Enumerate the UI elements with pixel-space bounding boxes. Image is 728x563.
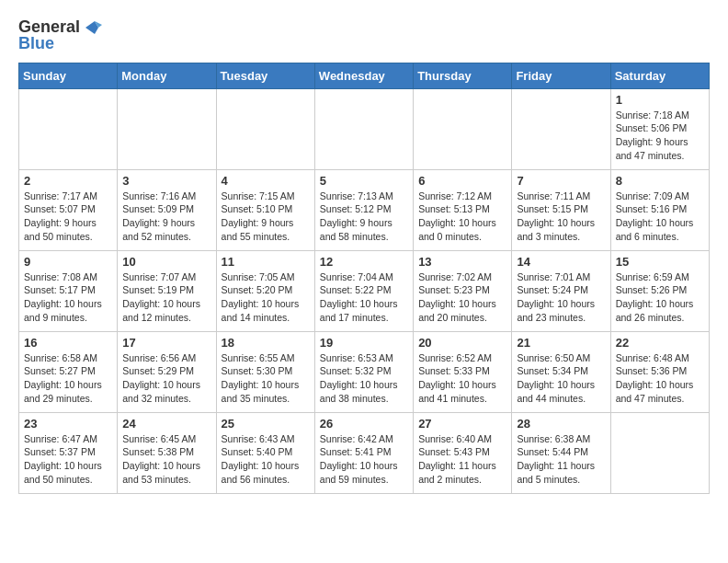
calendar-cell: 5Sunrise: 7:13 AM Sunset: 5:12 PM Daylig…	[314, 169, 413, 250]
day-info: Sunrise: 6:56 AM Sunset: 5:29 PM Dayligh…	[122, 351, 210, 406]
day-number: 2	[24, 174, 112, 188]
calendar-cell: 8Sunrise: 7:09 AM Sunset: 5:16 PM Daylig…	[610, 169, 709, 250]
calendar-table: SundayMondayTuesdayWednesdayThursdayFrid…	[18, 63, 710, 494]
day-info: Sunrise: 6:52 AM Sunset: 5:33 PM Dayligh…	[418, 351, 506, 406]
day-info: Sunrise: 6:59 AM Sunset: 5:26 PM Dayligh…	[616, 270, 704, 325]
day-number: 15	[616, 255, 704, 269]
day-number: 27	[418, 417, 506, 431]
day-info: Sunrise: 6:48 AM Sunset: 5:36 PM Dayligh…	[616, 351, 704, 406]
day-info: Sunrise: 7:11 AM Sunset: 5:15 PM Dayligh…	[517, 190, 605, 244]
day-info: Sunrise: 7:13 AM Sunset: 5:12 PM Dayligh…	[320, 190, 408, 244]
day-info: Sunrise: 6:43 AM Sunset: 5:40 PM Dayligh…	[222, 432, 310, 487]
calendar-cell	[118, 88, 216, 169]
day-number: 17	[122, 336, 210, 350]
calendar-cell: 9Sunrise: 7:08 AM Sunset: 5:17 PM Daylig…	[19, 250, 118, 331]
calendar-cell: 22Sunrise: 6:48 AM Sunset: 5:36 PM Dayli…	[610, 331, 709, 412]
day-info: Sunrise: 6:47 AM Sunset: 5:37 PM Dayligh…	[24, 432, 112, 487]
calendar-cell: 23Sunrise: 6:47 AM Sunset: 5:37 PM Dayli…	[19, 412, 118, 493]
weekday-header-tuesday: Tuesday	[216, 63, 314, 88]
logo: General Blue	[18, 18, 102, 53]
page-header: General Blue	[18, 18, 710, 53]
weekday-header-row: SundayMondayTuesdayWednesdayThursdayFrid…	[19, 63, 710, 88]
weekday-header-monday: Monday	[118, 63, 216, 88]
day-info: Sunrise: 7:01 AM Sunset: 5:24 PM Dayligh…	[517, 270, 605, 325]
calendar-cell: 25Sunrise: 6:43 AM Sunset: 5:40 PM Dayli…	[216, 412, 314, 493]
day-info: Sunrise: 6:53 AM Sunset: 5:32 PM Dayligh…	[320, 351, 408, 406]
calendar-cell: 2Sunrise: 7:17 AM Sunset: 5:07 PM Daylig…	[19, 169, 118, 250]
day-number: 9	[24, 255, 112, 269]
day-info: Sunrise: 7:15 AM Sunset: 5:10 PM Dayligh…	[222, 190, 310, 244]
calendar-cell: 19Sunrise: 6:53 AM Sunset: 5:32 PM Dayli…	[314, 331, 413, 412]
day-number: 5	[320, 174, 408, 188]
calendar-cell: 11Sunrise: 7:05 AM Sunset: 5:20 PM Dayli…	[216, 250, 314, 331]
calendar-cell: 1Sunrise: 7:18 AM Sunset: 5:06 PM Daylig…	[610, 88, 709, 169]
calendar-cell: 13Sunrise: 7:02 AM Sunset: 5:23 PM Dayli…	[414, 250, 512, 331]
calendar-cell: 26Sunrise: 6:42 AM Sunset: 5:41 PM Dayli…	[314, 412, 413, 493]
day-info: Sunrise: 6:40 AM Sunset: 5:43 PM Dayligh…	[418, 432, 506, 487]
day-info: Sunrise: 6:55 AM Sunset: 5:30 PM Dayligh…	[222, 351, 310, 406]
weekday-header-friday: Friday	[512, 63, 610, 88]
calendar-cell	[512, 88, 610, 169]
calendar-cell: 3Sunrise: 7:16 AM Sunset: 5:09 PM Daylig…	[118, 169, 216, 250]
day-number: 21	[517, 336, 605, 350]
calendar-cell: 18Sunrise: 6:55 AM Sunset: 5:30 PM Dayli…	[216, 331, 314, 412]
calendar-cell	[414, 88, 512, 169]
day-number: 10	[122, 255, 210, 269]
day-number: 22	[616, 336, 704, 350]
day-number: 6	[418, 174, 506, 188]
day-number: 7	[517, 174, 605, 188]
day-number: 18	[222, 336, 310, 350]
weekday-header-thursday: Thursday	[414, 63, 512, 88]
weekday-header-wednesday: Wednesday	[314, 63, 413, 88]
calendar-cell	[314, 88, 413, 169]
day-info: Sunrise: 7:18 AM Sunset: 5:06 PM Dayligh…	[616, 109, 704, 163]
day-number: 16	[24, 336, 112, 350]
day-number: 4	[222, 174, 310, 188]
calendar-cell: 10Sunrise: 7:07 AM Sunset: 5:19 PM Dayli…	[118, 250, 216, 331]
day-number: 12	[320, 255, 408, 269]
day-number: 3	[122, 174, 210, 188]
calendar-cell: 21Sunrise: 6:50 AM Sunset: 5:34 PM Dayli…	[512, 331, 610, 412]
calendar-cell: 6Sunrise: 7:12 AM Sunset: 5:13 PM Daylig…	[414, 169, 512, 250]
calendar-cell: 28Sunrise: 6:38 AM Sunset: 5:44 PM Dayli…	[512, 412, 610, 493]
weekday-header-sunday: Sunday	[19, 63, 118, 88]
day-info: Sunrise: 7:12 AM Sunset: 5:13 PM Dayligh…	[418, 190, 506, 244]
calendar-cell: 4Sunrise: 7:15 AM Sunset: 5:10 PM Daylig…	[216, 169, 314, 250]
day-number: 28	[517, 417, 605, 431]
day-info: Sunrise: 6:50 AM Sunset: 5:34 PM Dayligh…	[517, 351, 605, 406]
day-info: Sunrise: 7:04 AM Sunset: 5:22 PM Dayligh…	[320, 270, 408, 325]
logo-bird-icon	[82, 19, 102, 36]
calendar-cell: 17Sunrise: 6:56 AM Sunset: 5:29 PM Dayli…	[118, 331, 216, 412]
calendar-cell: 12Sunrise: 7:04 AM Sunset: 5:22 PM Dayli…	[314, 250, 413, 331]
calendar-cell	[19, 88, 118, 169]
day-number: 14	[517, 255, 605, 269]
day-info: Sunrise: 7:08 AM Sunset: 5:17 PM Dayligh…	[24, 270, 112, 325]
calendar-cell: 24Sunrise: 6:45 AM Sunset: 5:38 PM Dayli…	[118, 412, 216, 493]
day-info: Sunrise: 6:42 AM Sunset: 5:41 PM Dayligh…	[320, 432, 408, 487]
day-number: 24	[122, 417, 210, 431]
calendar-cell: 20Sunrise: 6:52 AM Sunset: 5:33 PM Dayli…	[414, 331, 512, 412]
day-info: Sunrise: 7:07 AM Sunset: 5:19 PM Dayligh…	[122, 270, 210, 325]
calendar-cell	[216, 88, 314, 169]
calendar-cell: 15Sunrise: 6:59 AM Sunset: 5:26 PM Dayli…	[610, 250, 709, 331]
day-number: 25	[222, 417, 310, 431]
day-info: Sunrise: 7:02 AM Sunset: 5:23 PM Dayligh…	[418, 270, 506, 325]
day-number: 13	[418, 255, 506, 269]
day-number: 11	[222, 255, 310, 269]
week-row-3: 9Sunrise: 7:08 AM Sunset: 5:17 PM Daylig…	[19, 250, 710, 331]
day-info: Sunrise: 6:58 AM Sunset: 5:27 PM Dayligh…	[24, 351, 112, 406]
day-number: 1	[616, 93, 704, 107]
week-row-1: 1Sunrise: 7:18 AM Sunset: 5:06 PM Daylig…	[19, 88, 710, 169]
calendar-cell: 16Sunrise: 6:58 AM Sunset: 5:27 PM Dayli…	[19, 331, 118, 412]
day-number: 20	[418, 336, 506, 350]
calendar-cell: 27Sunrise: 6:40 AM Sunset: 5:43 PM Dayli…	[414, 412, 512, 493]
logo-blue-text: Blue	[18, 35, 54, 53]
day-number: 23	[24, 417, 112, 431]
day-info: Sunrise: 7:05 AM Sunset: 5:20 PM Dayligh…	[222, 270, 310, 325]
week-row-2: 2Sunrise: 7:17 AM Sunset: 5:07 PM Daylig…	[19, 169, 710, 250]
calendar-cell: 14Sunrise: 7:01 AM Sunset: 5:24 PM Dayli…	[512, 250, 610, 331]
calendar-cell: 7Sunrise: 7:11 AM Sunset: 5:15 PM Daylig…	[512, 169, 610, 250]
weekday-header-saturday: Saturday	[610, 63, 709, 88]
day-number: 19	[320, 336, 408, 350]
day-number: 26	[320, 417, 408, 431]
